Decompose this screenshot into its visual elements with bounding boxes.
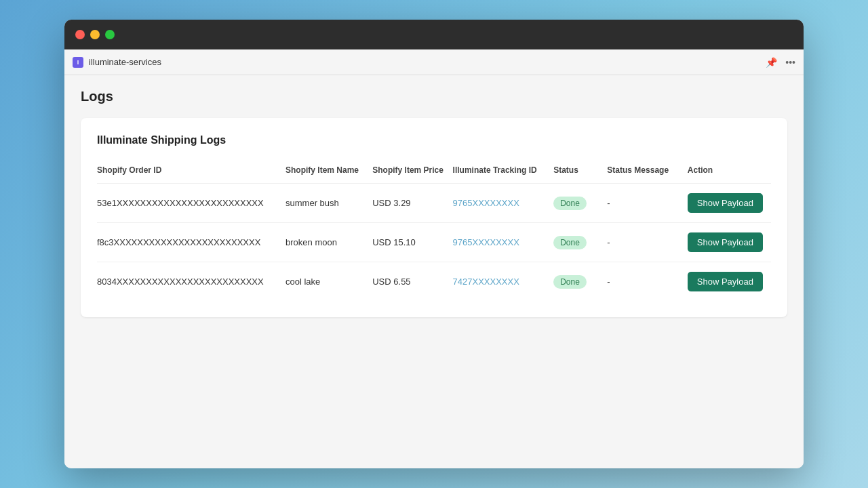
app-icon: I — [73, 57, 83, 68]
table-header-row: Shopify Order ID Shopify Item Name Shopi… — [97, 160, 771, 184]
more-button[interactable]: ••• — [785, 57, 795, 68]
logs-card: Illuminate Shipping Logs Shopify Order I… — [81, 118, 787, 317]
cell-tracking-id[interactable]: 7427XXXXXXXX — [453, 262, 554, 302]
tab-bar: I illuminate-services 📌 ••• — [64, 49, 804, 75]
page-title: Logs — [81, 89, 787, 104]
table-row: f8c3XXXXXXXXXXXXXXXXXXXXXXXXX broken moo… — [97, 223, 771, 262]
col-header-tracking-id: Illuminate Tracking ID — [453, 160, 554, 184]
maximize-button[interactable] — [105, 30, 115, 39]
cell-item-price: USD 3.29 — [372, 184, 452, 223]
cell-item-name: broken moon — [285, 223, 372, 262]
tab-actions: 📌 ••• — [766, 57, 795, 68]
content-area: Logs Illuminate Shipping Logs Shopify Or… — [64, 75, 804, 468]
col-header-order-id: Shopify Order ID — [97, 160, 285, 184]
cell-item-name: cool lake — [285, 262, 372, 302]
close-button[interactable] — [75, 30, 85, 39]
cell-action: Show Payload — [688, 262, 771, 302]
cell-status-message: - — [607, 184, 687, 223]
show-payload-button[interactable]: Show Payload — [688, 232, 763, 252]
cell-status: Done — [553, 262, 607, 302]
cell-action: Show Payload — [688, 184, 771, 223]
cell-order-id: f8c3XXXXXXXXXXXXXXXXXXXXXXXXX — [97, 223, 285, 262]
cell-item-price: USD 15.10 — [372, 223, 452, 262]
show-payload-button[interactable]: Show Payload — [688, 272, 763, 291]
cell-tracking-id[interactable]: 9765XXXXXXXX — [453, 223, 554, 262]
cell-action: Show Payload — [688, 223, 771, 262]
col-header-status: Status — [553, 160, 607, 184]
status-badge: Done — [553, 197, 587, 210]
minimize-button[interactable] — [90, 30, 100, 39]
cell-tracking-id[interactable]: 9765XXXXXXXX — [453, 184, 554, 223]
table-row: 8034XXXXXXXXXXXXXXXXXXXXXXXXX cool lake … — [97, 262, 771, 302]
col-header-status-message: Status Message — [607, 160, 687, 184]
card-title: Illuminate Shipping Logs — [97, 134, 771, 146]
logs-table: Shopify Order ID Shopify Item Name Shopi… — [97, 160, 771, 301]
cell-status: Done — [553, 184, 607, 223]
app-window: I illuminate-services 📌 ••• Logs Illumin… — [64, 20, 804, 468]
col-header-item-name: Shopify Item Name — [285, 160, 372, 184]
status-badge: Done — [553, 236, 587, 249]
cell-status: Done — [553, 223, 607, 262]
cell-order-id: 8034XXXXXXXXXXXXXXXXXXXXXXXXX — [97, 262, 285, 302]
cell-item-name: summer bush — [285, 184, 372, 223]
table-row: 53e1XXXXXXXXXXXXXXXXXXXXXXXXX summer bus… — [97, 184, 771, 223]
cell-order-id: 53e1XXXXXXXXXXXXXXXXXXXXXXXXX — [97, 184, 285, 223]
cell-item-price: USD 6.55 — [372, 262, 452, 302]
traffic-lights — [75, 30, 115, 39]
col-header-item-price: Shopify Item Price — [372, 160, 452, 184]
tracking-link[interactable]: 9765XXXXXXXX — [453, 198, 519, 208]
tracking-link[interactable]: 7427XXXXXXXX — [453, 277, 519, 287]
show-payload-button[interactable]: Show Payload — [688, 193, 763, 213]
pin-button[interactable]: 📌 — [766, 57, 777, 68]
cell-status-message: - — [607, 223, 687, 262]
tracking-link[interactable]: 9765XXXXXXXX — [453, 237, 519, 247]
tab-title: illuminate-services — [89, 57, 161, 67]
titlebar — [64, 20, 804, 49]
cell-status-message: - — [607, 262, 687, 302]
status-badge: Done — [553, 275, 587, 289]
col-header-action: Action — [688, 160, 771, 184]
